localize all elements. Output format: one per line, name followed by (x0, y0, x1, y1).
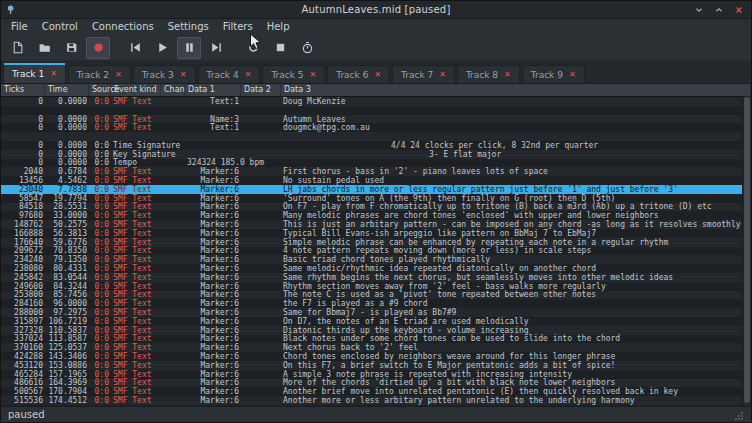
tab-track-4[interactable]: Track 4✕ (198, 65, 261, 83)
tab-close-icon[interactable]: ✕ (245, 71, 252, 79)
event-row[interactable]: 14876250.25750:0SMF TextMarker:6This is … (1, 220, 751, 229)
scrollbar-thumb[interactable] (744, 97, 750, 403)
event-row[interactable]: 24960084.32440:0SMF TextMarker:6Rhythm s… (1, 282, 751, 291)
menu-settings[interactable]: Settings (161, 19, 216, 34)
skip-forward-button[interactable] (204, 37, 228, 59)
event-row[interactable]: 23424079.13500:0SMF TextMarker:6Basic tr… (1, 255, 751, 264)
pause-button[interactable] (177, 37, 201, 59)
column-header-ticks[interactable]: Ticks (1, 84, 45, 96)
event-row[interactable]: 28800097.29750:0SMF TextMarker:6Same for… (1, 308, 751, 317)
timer-button[interactable] (295, 37, 319, 59)
new-file-button[interactable] (5, 37, 29, 59)
cell-kind: SMF Text (111, 290, 161, 299)
column-header-time[interactable]: Time (45, 84, 89, 96)
event-row-selected[interactable]: 230407.78380:0SMF TextMarker:6LH jabs ch… (1, 185, 751, 194)
event-row[interactable]: 00.00000:0Time Signature4/4 24 clocks pe… (1, 141, 751, 150)
tab-track-7[interactable]: Track 7✕ (392, 65, 455, 83)
menu-control[interactable]: Control (35, 19, 85, 34)
event-row[interactable]: 500567170.79040:0SMF TextMarker:6Another… (1, 387, 751, 396)
event-row[interactable]: 00.00000:0SMF TextName:3Autumn Leaves (1, 115, 751, 124)
cell-ticks: 515536 (1, 396, 45, 405)
cell-d3: 4/4 24 clocks per click, 8 32nd per quar… (281, 141, 751, 150)
tab-track-2[interactable]: Track 2✕ (68, 65, 131, 83)
event-row[interactable]: 315897106.72190:0SMF TextMarker:6On D7, … (1, 317, 751, 326)
app-icon (6, 4, 17, 15)
vertical-scrollbar[interactable] (742, 96, 751, 406)
resize-grip-icon[interactable] (732, 409, 744, 421)
column-header-source[interactable]: Source (89, 84, 111, 96)
tab-track-9[interactable]: Track 9✕ (522, 65, 585, 83)
event-row[interactable]: 5854719.77940:0SMF TextMarker:6'Surround… (1, 194, 751, 203)
cell-kind: Key Signature (111, 150, 161, 159)
play-button[interactable] (150, 37, 174, 59)
cell-d1: Name:3 (185, 115, 241, 124)
cell-kind: SMF Text (111, 308, 161, 317)
stop-button[interactable] (268, 37, 292, 59)
menu-filters[interactable]: Filters (216, 19, 260, 34)
tab-track-1[interactable]: Track 1✕ (3, 63, 66, 83)
event-row[interactable]: 486616164.39690:0SMF TextMarker:6More of… (1, 379, 751, 388)
event-row[interactable]: 00.00000:0Tempo324324 185.0 bpm (1, 159, 751, 168)
event-row[interactable] (1, 106, 751, 115)
tab-track-3[interactable]: Track 3✕ (133, 65, 196, 83)
event-row[interactable]: 337024113.85870:0SMF TextMarker:6Black n… (1, 335, 751, 344)
open-file-button[interactable] (32, 37, 56, 59)
cell-d3: Same rhythm begins the next chorus, but … (281, 273, 751, 282)
cell-d3: Simple melodic phrase can be enhanced by… (281, 238, 751, 247)
cell-d3: Black notes under some chord tones can b… (281, 334, 751, 343)
tab-close-icon[interactable]: ✕ (569, 71, 576, 79)
event-row[interactable]: 00.00000:0SMF TextText:1dougmck@tpg.com.… (1, 123, 751, 132)
event-row[interactable]: 515536174.45120:0SMF TextMarker:6Another… (1, 396, 751, 405)
tab-label: Track 1 (12, 69, 44, 79)
tab-track-6[interactable]: Track 6✕ (327, 65, 390, 83)
event-row[interactable]: 25380085.74560:0SMF TextMarker:6The note… (1, 291, 751, 300)
event-row[interactable]: 9768033.00000:0SMF TextMarker:6Many melo… (1, 211, 751, 220)
tab-close-icon[interactable]: ✕ (504, 71, 511, 79)
column-header-data-2[interactable]: Data 2 (241, 84, 281, 96)
table-header-row: TicksTimeSourceEvent kindChanData 1Data … (1, 84, 751, 97)
column-header-chan[interactable]: Chan (161, 84, 185, 96)
tab-close-icon[interactable]: ✕ (115, 71, 122, 79)
event-row[interactable]: 327328110.58370:0SMF TextMarker:6Diatoni… (1, 326, 751, 335)
tab-track-5[interactable]: Track 5✕ (262, 65, 325, 83)
cell-d3: LH jabs chords in more or less regular p… (281, 185, 751, 194)
tab-track-8[interactable]: Track 8✕ (457, 65, 520, 83)
event-row[interactable]: 16688856.38130:0SMF TextMarker:6Typical … (1, 229, 751, 238)
tab-close-icon[interactable]: ✕ (310, 71, 317, 79)
event-row[interactable]: 453120153.08860:0SMF TextMarker:6On this… (1, 361, 751, 370)
close-icon[interactable] (732, 3, 746, 17)
event-row[interactable]: 8451828.55310:0SMF TextMarker:6On F7 - p… (1, 203, 751, 212)
tab-label: Track 5 (271, 70, 303, 80)
event-row[interactable]: 24584283.05440:0SMF TextMarker:6Same rhy… (1, 273, 751, 282)
event-row[interactable]: 28416096.00000:0SMF TextMarker:6the F7 i… (1, 299, 751, 308)
event-row[interactable]: 465284157.19650:0SMF TextMarker:6A simpl… (1, 370, 751, 379)
maximize-icon[interactable] (712, 3, 726, 17)
minimize-icon[interactable] (692, 3, 706, 17)
skip-backward-button[interactable] (123, 37, 147, 59)
event-row[interactable]: 424288143.34060:0SMF TextMarker:6Chord t… (1, 352, 751, 361)
tab-close-icon[interactable]: ✕ (180, 71, 187, 79)
event-row[interactable]: 134564.54620:0SMF TextMarker:6No sustain… (1, 176, 751, 185)
column-header-data-1[interactable]: Data 1 (185, 84, 241, 96)
column-header-event-kind[interactable]: Event kind (111, 84, 161, 96)
event-row[interactable]: 00.00000:0Key Signature3- E flat major (1, 150, 751, 159)
tab-close-icon[interactable]: ✕ (50, 70, 57, 78)
event-row[interactable]: 370160125.05370:0SMF TextMarker:6Next ch… (1, 343, 751, 352)
menu-help[interactable]: Help (260, 19, 297, 34)
event-row[interactable]: 17664059.67760:0SMF TextMarker:6Simple m… (1, 238, 751, 247)
tab-close-icon[interactable]: ✕ (374, 71, 381, 79)
menu-connections[interactable]: Connections (85, 19, 161, 34)
menu-file[interactable]: File (4, 19, 35, 34)
cell-source: 0:0 (89, 123, 111, 132)
event-row[interactable] (1, 132, 751, 141)
save-file-button[interactable] (59, 37, 83, 59)
record-button[interactable] (86, 37, 110, 59)
cell-source: 0:0 (89, 308, 111, 317)
event-row[interactable]: 23808080.43310:0SMF TextMarker:6Same mel… (1, 264, 751, 273)
tab-close-icon[interactable]: ✕ (439, 71, 446, 79)
record-toggle-button[interactable] (241, 37, 265, 59)
event-row[interactable]: 20400.67840:0SMF TextMarker:6First choru… (1, 167, 751, 176)
event-row[interactable]: 00.00000:0SMF TextText:1Doug McKenzie (1, 97, 751, 106)
event-row[interactable]: 20967270.83500:0SMF TextMarker:64 note p… (1, 247, 751, 256)
column-header-data-3[interactable]: Data 3 (281, 84, 751, 96)
